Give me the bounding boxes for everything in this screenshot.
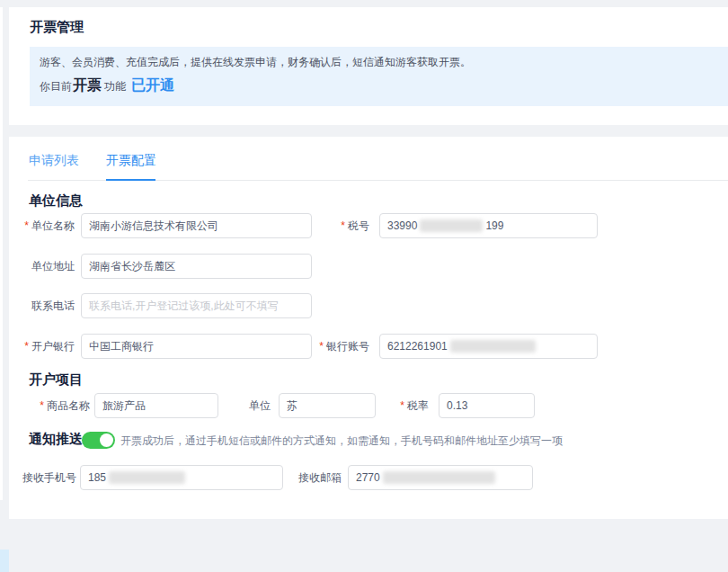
receive-email-input[interactable]: 2770 xyxy=(348,465,533,490)
toggle-knob-icon xyxy=(100,433,113,447)
status-line-prefix: 你目前 xyxy=(40,80,72,93)
info-banner: 游客、会员消费、充值完成后，提供在线发票申请，财务确认后，短信通知游客获取开票。… xyxy=(30,47,728,106)
tab-application-list[interactable]: 申请列表 xyxy=(29,153,79,169)
form-row-notify-contacts: 接收手机号 185 接收邮箱 2770 xyxy=(29,465,728,490)
bank-name-label: *开户银行 xyxy=(9,334,75,359)
notify-toggle[interactable] xyxy=(82,432,115,449)
unit-name-label: *单位名称 xyxy=(9,213,75,238)
product-name-label: *商品名称 xyxy=(9,393,90,418)
tax-no-input[interactable]: 33990199 xyxy=(379,213,598,238)
invoice-status-line: 你目前开票功能已开通 xyxy=(40,74,174,98)
required-marker: * xyxy=(319,340,324,353)
receive-phone-label: 接收手机号 xyxy=(9,465,76,490)
form-row-unit-address: 单位地址 湖南省长沙岳麓区 xyxy=(29,254,728,279)
masked-value xyxy=(109,471,185,484)
bank-account-input[interactable]: 6212261901 xyxy=(379,334,598,359)
form-row-product: *商品名称 旅游产品 单位 苏 *税率 0.13 xyxy=(29,393,728,418)
receive-phone-input[interactable]: 185 xyxy=(80,465,283,490)
contact-phone-input[interactable]: 联系电话,开户登记过该项,此处可不填写 xyxy=(81,293,312,318)
required-marker: * xyxy=(24,340,29,353)
section-title-notify: 通知推送 xyxy=(29,431,83,448)
required-marker: * xyxy=(400,399,404,412)
tax-rate-input[interactable]: 0.13 xyxy=(439,393,535,418)
left-edge-strip xyxy=(0,7,3,500)
unit-name-input[interactable]: 湖南小游信息技术有限公司 xyxy=(81,213,312,238)
unit-address-input[interactable]: 湖南省长沙岳麓区 xyxy=(81,254,312,279)
bottom-left-accent xyxy=(0,550,9,572)
form-row-unit-name-tax: *单位名称 湖南小游信息技术有限公司 *税号 33990199 xyxy=(29,213,728,238)
tax-no-label: *税号 xyxy=(306,213,369,238)
page-title: 开票管理 xyxy=(30,19,84,36)
form-row-bank: *开户银行 中国工商银行 *银行账号 6212261901 xyxy=(29,334,728,359)
notify-description: 开票成功后，通过手机短信或邮件的方式通知，如需通知，手机号码和邮件地址至少填写一… xyxy=(120,429,563,452)
unit-address-label: 单位地址 xyxy=(9,254,75,279)
invoice-config-card: 申请列表 开票配置 单位信息 *单位名称 湖南小游信息技术有限公司 *税号 33… xyxy=(9,137,728,519)
masked-value xyxy=(450,340,536,353)
required-marker: * xyxy=(24,219,29,232)
page: 开票管理 游客、会员消费、充值完成后，提供在线发票申请，财务确认后，短信通知游客… xyxy=(0,0,728,572)
masked-value xyxy=(420,219,483,232)
contact-phone-label: 联系电话 xyxy=(9,293,75,318)
required-marker: * xyxy=(341,219,345,232)
info-banner-text: 游客、会员消费、充值完成后，提供在线发票申请，财务确认后，短信通知游客获取开票。 xyxy=(40,55,471,70)
section-title-unit-info: 单位信息 xyxy=(29,192,83,210)
status-line-feature: 开票 xyxy=(73,77,102,93)
active-tab-underline xyxy=(106,179,155,181)
required-marker: * xyxy=(40,399,44,412)
invoice-status-link[interactable]: 已开通 xyxy=(131,77,174,93)
unit-input[interactable]: 苏 xyxy=(279,393,376,418)
unit-label: 单位 xyxy=(225,393,271,418)
form-row-contact-phone: 联系电话 联系电话,开户登记过该项,此处可不填写 xyxy=(29,293,728,318)
product-name-input[interactable]: 旅游产品 xyxy=(94,393,218,418)
tab-invoice-config[interactable]: 开票配置 xyxy=(106,153,156,169)
invoice-management-card: 开票管理 游客、会员消费、充值完成后，提供在线发票申请，财务确认后，短信通知游客… xyxy=(9,7,728,125)
section-title-account-item: 开户项目 xyxy=(29,371,83,389)
bank-account-label: *银行账号 xyxy=(306,334,369,359)
tax-rate-label: *税率 xyxy=(373,393,429,418)
masked-value xyxy=(383,471,495,484)
bank-name-input[interactable]: 中国工商银行 xyxy=(81,334,312,359)
receive-email-label: 接收邮箱 xyxy=(279,465,342,490)
status-line-mid: 功能 xyxy=(104,80,126,93)
